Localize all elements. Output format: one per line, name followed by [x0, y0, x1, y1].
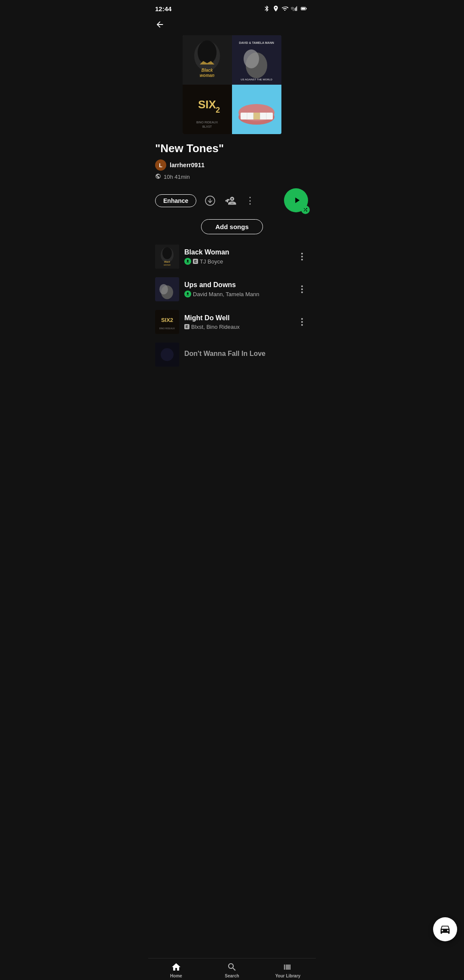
playlist-duration: 10h 41min — [164, 174, 190, 180]
song-item[interactable]: Black woman Black Woman E TJ Boyce — [148, 240, 316, 273]
add-songs-button[interactable]: Add songs — [201, 219, 263, 234]
status-time: 12:44 — [155, 5, 171, 12]
downloaded-icon-2 — [184, 291, 191, 297]
svg-rect-29 — [253, 113, 260, 119]
song-info-3: Might Do Well E Blxst, Bino Rideaux — [184, 314, 290, 330]
song-title-1: Black Woman — [184, 248, 290, 256]
song-more-button-3[interactable] — [295, 318, 309, 326]
svg-text:SIX: SIX — [198, 98, 217, 111]
cover-cell-1: Black woman — [183, 35, 232, 85]
status-icons — [263, 5, 309, 12]
svg-point-33 — [162, 247, 172, 259]
add-friend-button[interactable] — [224, 194, 238, 208]
song-item[interactable]: Don't Wanna Fall In Love — [148, 338, 316, 371]
downloaded-icon-1 — [184, 258, 191, 265]
add-songs-wrap: Add songs — [148, 219, 316, 240]
playlist-info: "New Tones" L larrherr0911 10h 41min — [148, 138, 316, 188]
back-arrow-icon — [155, 20, 165, 29]
song-thumbnail-4 — [155, 343, 179, 367]
svg-point-7 — [198, 40, 217, 64]
svg-rect-4 — [302, 8, 305, 10]
svg-text:2: 2 — [216, 106, 220, 114]
svg-text:woman: woman — [164, 263, 171, 266]
bluetooth-icon — [263, 5, 270, 12]
explicit-badge-3: E — [184, 324, 189, 329]
add-friend-icon — [225, 195, 236, 206]
explicit-badge-1: E — [193, 259, 198, 264]
song-meta-2: David Mann, Tamela Mann — [184, 291, 290, 297]
play-icon — [292, 196, 302, 205]
svg-point-38 — [159, 284, 168, 294]
cover-cell-4 — [232, 85, 281, 134]
more-options-button[interactable]: ⋮ — [244, 195, 256, 206]
song-thumbnail-2 — [155, 277, 179, 301]
svg-text:BINO RIDEAUX: BINO RIDEAUX — [196, 121, 218, 124]
svg-point-43 — [161, 348, 174, 361]
svg-text:BLXST: BLXST — [202, 125, 212, 128]
playlist-title: "New Tones" — [155, 142, 309, 155]
svg-text:Black: Black — [164, 260, 170, 263]
shuffle-icon — [303, 207, 308, 212]
owner-name[interactable]: larrherr0911 — [170, 162, 205, 168]
song-title-4: Don't Wanna Fall In Love — [184, 350, 309, 358]
wifi-icon — [281, 5, 288, 12]
battery-icon — [299, 5, 309, 12]
svg-text:DAVID & TAMELA MANN: DAVID & TAMELA MANN — [239, 41, 274, 44]
shuffle-badge — [301, 205, 310, 214]
back-button[interactable] — [148, 15, 316, 35]
svg-text:woman: woman — [200, 73, 214, 78]
svg-text:Black: Black — [201, 68, 213, 73]
download-button[interactable] — [203, 194, 217, 208]
song-artist-3: Blxst, Bino Rideaux — [191, 324, 240, 330]
location-icon — [272, 5, 279, 12]
song-more-button-1[interactable] — [295, 253, 309, 260]
song-item[interactable]: Ups and Downs David Mann, Tamela Mann — [148, 273, 316, 306]
enhance-button[interactable]: Enhance — [155, 194, 196, 207]
svg-rect-2 — [296, 6, 297, 11]
owner-avatar: L — [155, 159, 166, 171]
cover-cell-3: SIX 2 BINO RIDEAUX BLXST — [183, 85, 232, 134]
svg-point-14 — [244, 49, 259, 68]
status-bar: 12:44 — [148, 0, 316, 15]
song-list: Black woman Black Woman E TJ Boyce — [148, 240, 316, 405]
song-artist-2: David Mann, Tamela Mann — [193, 291, 259, 297]
svg-text:US AGAINST THE WORLD: US AGAINST THE WORLD — [241, 78, 272, 81]
globe-icon — [155, 173, 161, 181]
song-artist-1: TJ Boyce — [200, 258, 223, 265]
svg-text:BINO RIDEAUX: BINO RIDEAUX — [159, 327, 175, 330]
song-title-2: Ups and Downs — [184, 281, 290, 289]
song-item[interactable]: SIX2 BINO RIDEAUX Might Do Well E Blxst,… — [148, 306, 316, 338]
song-more-button-2[interactable] — [295, 285, 309, 293]
song-info-4: Don't Wanna Fall In Love — [184, 350, 309, 359]
song-info-1: Black Woman E TJ Boyce — [184, 248, 290, 265]
song-thumbnail-3: SIX2 BINO RIDEAUX — [155, 310, 179, 334]
svg-rect-0 — [295, 8, 295, 11]
download-icon — [205, 195, 216, 206]
svg-rect-1 — [296, 7, 296, 11]
song-title-3: Might Do Well — [184, 314, 290, 322]
song-info-2: Ups and Downs David Mann, Tamela Mann — [184, 281, 290, 297]
playlist-cover-grid: Black woman DAVID & TAMELA MANN US AGAIN… — [183, 35, 281, 134]
song-meta-1: E TJ Boyce — [184, 258, 290, 265]
playlist-owner-row: L larrherr0911 — [155, 159, 309, 171]
play-shuffle-wrapper — [284, 188, 309, 213]
cover-cell-2: DAVID & TAMELA MANN US AGAINST THE WORLD — [232, 35, 281, 85]
signal-icon — [290, 5, 297, 12]
song-thumbnail-1: Black woman — [155, 245, 179, 269]
action-row: Enhance ⋮ — [148, 188, 316, 219]
svg-text:SIX2: SIX2 — [161, 317, 173, 323]
playlist-meta: 10h 41min — [155, 173, 309, 181]
song-meta-3: E Blxst, Bino Rideaux — [184, 324, 290, 330]
